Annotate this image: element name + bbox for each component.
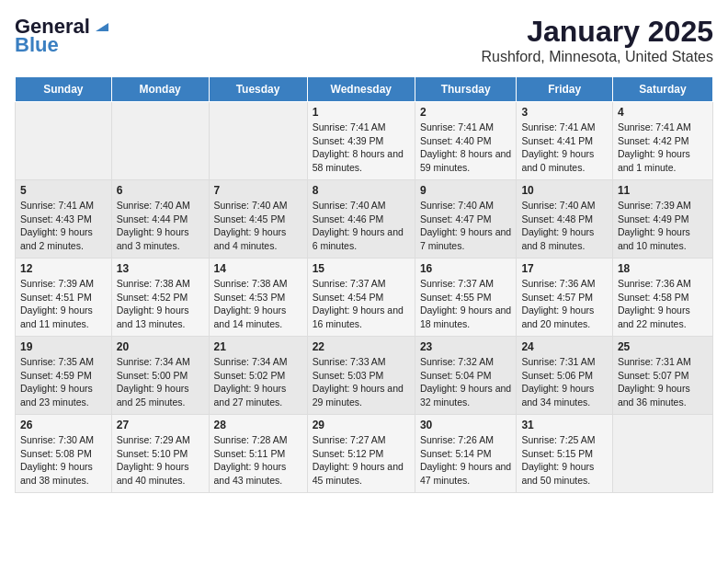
day-number: 2 (420, 106, 512, 119)
day-number: 14 (214, 262, 302, 275)
day-number: 7 (214, 184, 302, 197)
day-number: 28 (214, 419, 302, 431)
calendar-cell: 13Sunrise: 7:38 AM Sunset: 4:52 PM Dayli… (111, 259, 209, 337)
day-number: 3 (521, 106, 607, 119)
day-number: 29 (313, 419, 410, 431)
calendar-cell: 16Sunrise: 7:37 AM Sunset: 4:55 PM Dayli… (415, 259, 517, 337)
day-info: Sunrise: 7:41 AM Sunset: 4:42 PM Dayligh… (618, 121, 708, 175)
calendar-cell: 27Sunrise: 7:29 AM Sunset: 5:10 PM Dayli… (111, 415, 209, 493)
title-block: January 2025 Rushford, Minnesota, United… (481, 15, 713, 65)
calendar-cell: 2Sunrise: 7:41 AM Sunset: 4:40 PM Daylig… (415, 102, 517, 180)
calendar-cell: 4Sunrise: 7:41 AM Sunset: 4:42 PM Daylig… (612, 102, 712, 180)
day-number: 30 (420, 419, 512, 431)
calendar-cell: 1Sunrise: 7:41 AM Sunset: 4:39 PM Daylig… (307, 102, 415, 180)
col-friday: Friday (517, 77, 612, 102)
logo-text-blue: Blue (15, 33, 59, 57)
calendar-cell: 18Sunrise: 7:36 AM Sunset: 4:58 PM Dayli… (612, 259, 712, 337)
day-info: Sunrise: 7:29 AM Sunset: 5:10 PM Dayligh… (117, 433, 204, 488)
calendar-cell: 8Sunrise: 7:40 AM Sunset: 4:46 PM Daylig… (307, 180, 415, 259)
calendar-cell: 10Sunrise: 7:40 AM Sunset: 4:48 PM Dayli… (517, 180, 612, 259)
calendar-cell: 26Sunrise: 7:30 AM Sunset: 5:08 PM Dayli… (16, 415, 112, 493)
calendar-cell: 21Sunrise: 7:34 AM Sunset: 5:02 PM Dayli… (209, 337, 307, 415)
logo: General Blue (15, 15, 112, 57)
day-info: Sunrise: 7:40 AM Sunset: 4:46 PM Dayligh… (313, 199, 410, 253)
calendar-cell: 24Sunrise: 7:31 AM Sunset: 5:06 PM Dayli… (517, 337, 612, 415)
day-info: Sunrise: 7:41 AM Sunset: 4:40 PM Dayligh… (420, 121, 512, 175)
day-info: Sunrise: 7:31 AM Sunset: 5:07 PM Dayligh… (618, 355, 708, 409)
day-info: Sunrise: 7:25 AM Sunset: 5:15 PM Dayligh… (521, 433, 607, 488)
day-number: 19 (20, 340, 107, 353)
day-info: Sunrise: 7:31 AM Sunset: 5:06 PM Dayligh… (521, 355, 607, 409)
day-number: 15 (313, 262, 410, 275)
day-info: Sunrise: 7:40 AM Sunset: 4:47 PM Dayligh… (420, 199, 512, 253)
day-number: 5 (20, 184, 107, 197)
day-info: Sunrise: 7:36 AM Sunset: 4:57 PM Dayligh… (521, 277, 607, 331)
svg-marker-0 (96, 23, 108, 31)
calendar-cell: 5Sunrise: 7:41 AM Sunset: 4:43 PM Daylig… (16, 180, 112, 259)
day-number: 22 (313, 340, 410, 353)
calendar-cell (209, 102, 307, 180)
col-wednesday: Wednesday (307, 77, 415, 102)
day-number: 25 (618, 340, 708, 353)
day-info: Sunrise: 7:36 AM Sunset: 4:58 PM Dayligh… (618, 277, 708, 331)
calendar-cell: 20Sunrise: 7:34 AM Sunset: 5:00 PM Dayli… (111, 337, 209, 415)
calendar-subtitle: Rushford, Minnesota, United States (481, 49, 713, 65)
calendar-cell: 11Sunrise: 7:39 AM Sunset: 4:49 PM Dayli… (612, 180, 712, 259)
calendar-cell: 19Sunrise: 7:35 AM Sunset: 4:59 PM Dayli… (16, 337, 112, 415)
calendar-cell: 17Sunrise: 7:36 AM Sunset: 4:57 PM Dayli… (517, 259, 612, 337)
day-number: 8 (313, 184, 410, 197)
day-number: 17 (521, 262, 607, 275)
day-info: Sunrise: 7:34 AM Sunset: 5:00 PM Dayligh… (117, 355, 204, 409)
day-info: Sunrise: 7:37 AM Sunset: 4:55 PM Dayligh… (420, 277, 512, 331)
day-number: 4 (618, 106, 708, 119)
calendar-cell: 30Sunrise: 7:26 AM Sunset: 5:14 PM Dayli… (415, 415, 517, 493)
calendar-header-row: Sunday Monday Tuesday Wednesday Thursday… (16, 77, 713, 102)
calendar-cell: 31Sunrise: 7:25 AM Sunset: 5:15 PM Dayli… (517, 415, 612, 493)
col-sunday: Sunday (16, 77, 112, 102)
day-info: Sunrise: 7:39 AM Sunset: 4:51 PM Dayligh… (20, 277, 107, 331)
day-info: Sunrise: 7:27 AM Sunset: 5:12 PM Dayligh… (313, 433, 410, 488)
calendar-cell (111, 102, 209, 180)
day-info: Sunrise: 7:38 AM Sunset: 4:52 PM Dayligh… (117, 277, 204, 331)
day-number: 12 (20, 262, 107, 275)
day-number: 16 (420, 262, 512, 275)
day-info: Sunrise: 7:33 AM Sunset: 5:03 PM Dayligh… (313, 355, 410, 409)
calendar-cell: 9Sunrise: 7:40 AM Sunset: 4:47 PM Daylig… (415, 180, 517, 259)
calendar-table: Sunday Monday Tuesday Wednesday Thursday… (15, 76, 713, 493)
calendar-cell (612, 415, 712, 493)
col-tuesday: Tuesday (209, 77, 307, 102)
day-info: Sunrise: 7:37 AM Sunset: 4:54 PM Dayligh… (313, 277, 410, 331)
calendar-week-row: 1Sunrise: 7:41 AM Sunset: 4:39 PM Daylig… (16, 102, 713, 180)
day-number: 31 (521, 419, 607, 431)
day-number: 6 (117, 184, 204, 197)
calendar-cell: 25Sunrise: 7:31 AM Sunset: 5:07 PM Dayli… (612, 337, 712, 415)
day-info: Sunrise: 7:40 AM Sunset: 4:48 PM Dayligh… (521, 199, 607, 253)
day-info: Sunrise: 7:40 AM Sunset: 4:44 PM Dayligh… (117, 199, 204, 253)
day-number: 26 (20, 419, 107, 431)
calendar-cell: 12Sunrise: 7:39 AM Sunset: 4:51 PM Dayli… (16, 259, 112, 337)
calendar-cell: 15Sunrise: 7:37 AM Sunset: 4:54 PM Dayli… (307, 259, 415, 337)
calendar-cell: 3Sunrise: 7:41 AM Sunset: 4:41 PM Daylig… (517, 102, 612, 180)
col-monday: Monday (111, 77, 209, 102)
day-info: Sunrise: 7:39 AM Sunset: 4:49 PM Dayligh… (618, 199, 708, 253)
calendar-week-row: 12Sunrise: 7:39 AM Sunset: 4:51 PM Dayli… (16, 259, 713, 337)
page-header: General Blue January 2025 Rushford, Minn… (15, 15, 713, 65)
calendar-week-row: 26Sunrise: 7:30 AM Sunset: 5:08 PM Dayli… (16, 415, 713, 493)
day-number: 1 (313, 106, 410, 119)
calendar-cell: 29Sunrise: 7:27 AM Sunset: 5:12 PM Dayli… (307, 415, 415, 493)
logo-arrow-icon (92, 15, 112, 35)
day-info: Sunrise: 7:40 AM Sunset: 4:45 PM Dayligh… (214, 199, 302, 253)
col-saturday: Saturday (612, 77, 712, 102)
day-number: 24 (521, 340, 607, 353)
day-info: Sunrise: 7:30 AM Sunset: 5:08 PM Dayligh… (20, 433, 107, 488)
day-info: Sunrise: 7:41 AM Sunset: 4:39 PM Dayligh… (313, 121, 410, 175)
calendar-cell: 7Sunrise: 7:40 AM Sunset: 4:45 PM Daylig… (209, 180, 307, 259)
day-number: 11 (618, 184, 708, 197)
calendar-cell: 22Sunrise: 7:33 AM Sunset: 5:03 PM Dayli… (307, 337, 415, 415)
day-info: Sunrise: 7:38 AM Sunset: 4:53 PM Dayligh… (214, 277, 302, 331)
calendar-cell: 23Sunrise: 7:32 AM Sunset: 5:04 PM Dayli… (415, 337, 517, 415)
day-info: Sunrise: 7:41 AM Sunset: 4:41 PM Dayligh… (521, 121, 607, 175)
day-info: Sunrise: 7:32 AM Sunset: 5:04 PM Dayligh… (420, 355, 512, 409)
day-number: 10 (521, 184, 607, 197)
day-number: 20 (117, 340, 204, 353)
